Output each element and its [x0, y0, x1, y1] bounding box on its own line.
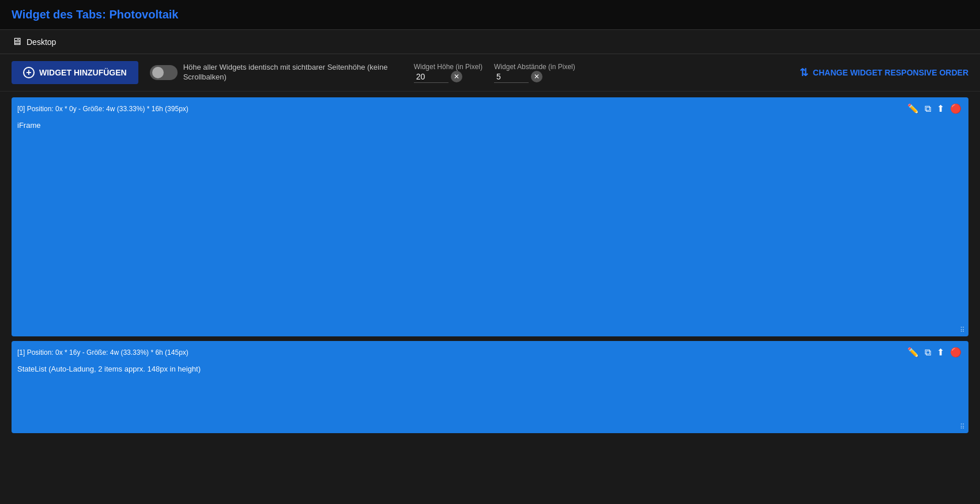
widget-1-position: [1] Position: 0x * 16y - Größe: 4w (33.3…: [17, 348, 189, 357]
height-input[interactable]: [414, 71, 448, 83]
order-icon: ⇅: [800, 66, 808, 79]
copy-icon: ⧉: [925, 347, 931, 358]
widget-card-1: [1] Position: 0x * 16y - Größe: 4w (33.3…: [12, 341, 968, 433]
copy-icon: ⧉: [925, 104, 931, 114]
widget-1-copy-button[interactable]: ⧉: [924, 346, 932, 359]
main-toolbar: + WIDGET HINZUFÜGEN Höhe aller Widgets i…: [0, 54, 980, 92]
widget-list: [0] Position: 0x * 0y - Größe: 4w (33.33…: [0, 92, 980, 504]
widget-0-edit-button[interactable]: ✏️: [906, 102, 920, 115]
export-icon: ⬆: [937, 347, 944, 358]
widget-1-content: StateList (Auto-Ladung, 2 items apprx. 1…: [17, 362, 963, 376]
add-widget-button[interactable]: + WIDGET HINZUFÜGEN: [12, 61, 138, 84]
spacing-input-wrapper: ✕: [494, 71, 575, 83]
export-icon: ⬆: [937, 103, 944, 114]
widget-card-0: [0] Position: 0x * 0y - Größe: 4w (33.33…: [12, 97, 968, 336]
delete-icon: 🔴: [950, 103, 962, 114]
widget-0-resize-handle[interactable]: ⠿: [960, 326, 965, 334]
plus-icon: +: [23, 67, 35, 78]
widget-1-resize-handle[interactable]: ⠿: [960, 423, 965, 431]
toggle-slider: [150, 65, 178, 80]
widget-1-delete-button[interactable]: 🔴: [949, 346, 963, 359]
page-title: Widget des Tabs: Photovoltaik: [12, 8, 178, 21]
height-field-label: Widget Höhe (in Pixel): [414, 63, 483, 71]
widget-0-delete-button[interactable]: 🔴: [949, 102, 963, 115]
spacing-field-group: Widget Abstände (in Pixel) ✕: [494, 63, 575, 83]
change-order-button[interactable]: ⇅ CHANGE WIDGET RESPONSIVE ORDER: [800, 66, 968, 79]
widget-0-export-button[interactable]: ⬆: [936, 102, 945, 115]
desktop-text: Desktop: [27, 37, 56, 47]
add-widget-label: WIDGET HINZUFÜGEN: [39, 68, 127, 77]
widget-0-header: [0] Position: 0x * 0y - Größe: 4w (33.33…: [17, 102, 963, 115]
spacing-field-label: Widget Abstände (in Pixel): [494, 63, 575, 71]
height-clear-button[interactable]: ✕: [451, 71, 462, 82]
spacing-input[interactable]: [494, 71, 529, 83]
widget-0-copy-button[interactable]: ⧉: [924, 103, 932, 115]
spacing-clear-button[interactable]: ✕: [531, 71, 542, 82]
desktop-label: 🖥 Desktop: [12, 36, 56, 48]
change-order-label: CHANGE WIDGET RESPONSIVE ORDER: [813, 68, 968, 77]
widget-1-actions: ✏️ ⧉ ⬆ 🔴: [906, 346, 963, 359]
desktop-icon: 🖥: [12, 36, 22, 48]
height-toggle[interactable]: [150, 65, 178, 80]
height-field-group: Widget Höhe (in Pixel) ✕: [414, 63, 483, 83]
edit-icon: ✏️: [907, 103, 919, 114]
delete-icon: 🔴: [950, 347, 962, 358]
height-input-wrapper: ✕: [414, 71, 483, 83]
page-header: Widget des Tabs: Photovoltaik: [0, 0, 980, 30]
widget-1-edit-button[interactable]: ✏️: [906, 346, 920, 359]
height-toggle-wrapper: Höhe aller Widgets identisch mit sichtba…: [150, 63, 402, 82]
widget-0-position: [0] Position: 0x * 0y - Größe: 4w (33.33…: [17, 105, 189, 113]
height-toggle-label: Höhe aller Widgets identisch mit sichtba…: [183, 63, 402, 82]
widget-0-content: iFrame: [17, 119, 963, 132]
widget-1-header: [1] Position: 0x * 16y - Größe: 4w (33.3…: [17, 346, 963, 359]
widget-0-actions: ✏️ ⧉ ⬆ 🔴: [906, 102, 963, 115]
widget-1-export-button[interactable]: ⬆: [936, 346, 945, 359]
desktop-bar: 🖥 Desktop: [0, 30, 980, 54]
edit-icon: ✏️: [907, 347, 919, 358]
